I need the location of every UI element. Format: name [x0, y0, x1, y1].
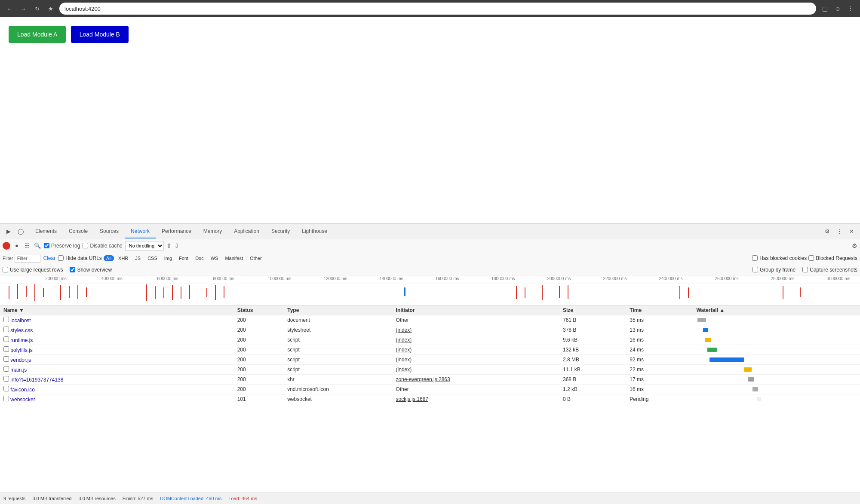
- nav-forward-button[interactable]: →: [18, 3, 28, 14]
- tab-network[interactable]: Network: [125, 225, 156, 238]
- has-blocked-cookies-label[interactable]: Has blocked cookies: [752, 255, 807, 261]
- tab-sources[interactable]: Sources: [94, 225, 125, 238]
- capture-screenshots-checkbox[interactable]: [802, 267, 808, 272]
- show-overview-label[interactable]: Show overview: [70, 267, 112, 273]
- profile-icon[interactable]: ☺: [832, 3, 843, 14]
- cell-initiator[interactable]: zone-evergreen.js:2863: [393, 375, 559, 385]
- extensions-icon[interactable]: ◫: [820, 3, 830, 14]
- upload-icon[interactable]: ⇧: [166, 242, 172, 249]
- filter-type-font[interactable]: Font: [176, 255, 191, 261]
- cell-initiator[interactable]: (index): [393, 335, 559, 345]
- col-time-header[interactable]: Time: [626, 305, 693, 315]
- col-name-header[interactable]: Name ▼: [0, 305, 234, 315]
- row-checkbox[interactable]: [3, 356, 9, 362]
- disable-cache-label[interactable]: Disable cache: [83, 243, 122, 249]
- clear-filter-button[interactable]: Clear: [42, 255, 56, 261]
- filter-type-doc[interactable]: Doc: [193, 255, 206, 261]
- clear-record-button[interactable]: ●: [13, 242, 21, 250]
- table-row[interactable]: runtime.js200script(index)9.6 kB16 ms: [0, 335, 860, 345]
- cell-initiator[interactable]: (index): [393, 345, 559, 355]
- timeline-overview[interactable]: 200000 ms 400000 ms 600000 ms 800000 ms …: [0, 275, 860, 305]
- row-checkbox[interactable]: [3, 376, 9, 382]
- devtools-close-icon[interactable]: ✕: [846, 226, 857, 237]
- inspect-icon[interactable]: ▶: [3, 226, 14, 237]
- filter-type-css[interactable]: CSS: [145, 255, 160, 261]
- filter-icon[interactable]: ☷: [23, 242, 31, 250]
- load-module-b-button[interactable]: Load Module B: [71, 26, 129, 43]
- row-checkbox[interactable]: [3, 346, 9, 352]
- throttle-select[interactable]: No throttling Fast 3G Slow 3G Offline: [125, 241, 164, 250]
- col-size-header[interactable]: Size: [559, 305, 626, 315]
- preserve-log-checkbox[interactable]: [44, 243, 49, 248]
- devtools-settings-icon[interactable]: ⚙: [822, 226, 832, 237]
- cell-name: styles.css: [0, 325, 234, 335]
- filter-type-js[interactable]: JS: [132, 255, 143, 261]
- bookmark-button[interactable]: ★: [46, 3, 56, 14]
- disable-cache-checkbox[interactable]: [83, 243, 88, 248]
- tab-performance[interactable]: Performance: [156, 225, 197, 238]
- row-checkbox[interactable]: [3, 386, 9, 391]
- capture-screenshots-label[interactable]: Capture screenshots: [802, 267, 857, 273]
- load-module-a-button[interactable]: Load Module A: [9, 26, 66, 43]
- table-row[interactable]: polyfills.js200script(index)132 kB24 ms: [0, 345, 860, 355]
- blocked-requests-checkbox[interactable]: [808, 255, 814, 261]
- filter-type-all[interactable]: All: [104, 255, 114, 261]
- tab-elements[interactable]: Elements: [29, 225, 63, 238]
- filter-type-other[interactable]: Other: [247, 255, 264, 261]
- devtools-more-icon[interactable]: ⋮: [834, 226, 845, 237]
- cell-status: 200: [234, 315, 284, 325]
- table-row[interactable]: styles.css200stylesheet(index)378 B13 ms: [0, 325, 860, 335]
- cell-initiator[interactable]: (index): [393, 325, 559, 335]
- nav-back-button[interactable]: ←: [4, 3, 15, 14]
- device-toggle-icon[interactable]: ◯: [15, 226, 26, 237]
- group-by-frame-checkbox[interactable]: [752, 267, 758, 272]
- network-settings-icon[interactable]: ⚙: [852, 242, 857, 249]
- filter-type-img[interactable]: Img: [162, 255, 175, 261]
- menu-icon[interactable]: ⋮: [845, 3, 856, 14]
- tab-application[interactable]: Application: [228, 225, 265, 238]
- col-waterfall-header[interactable]: Waterfall ▲: [693, 305, 860, 315]
- record-button[interactable]: [3, 242, 10, 250]
- cell-initiator[interactable]: (index): [393, 365, 559, 375]
- row-checkbox[interactable]: [3, 336, 9, 342]
- reload-button[interactable]: ↻: [32, 3, 42, 14]
- use-large-rows-label[interactable]: Use large request rows: [3, 267, 63, 273]
- tab-memory[interactable]: Memory: [197, 225, 228, 238]
- cell-initiator[interactable]: sockjs.js:1687: [393, 394, 559, 404]
- tab-console[interactable]: Console: [63, 225, 94, 238]
- blocked-requests-label[interactable]: Blocked Requests: [808, 255, 857, 261]
- col-type-header[interactable]: Type: [284, 305, 392, 315]
- table-row[interactable]: info?t=1619373774138200xhrzone-evergreen…: [0, 375, 860, 385]
- preserve-log-label[interactable]: Preserve log: [44, 243, 80, 249]
- transferred-size: 3.0 MB transferred: [32, 496, 71, 501]
- filter-type-xhr[interactable]: XHR: [116, 255, 131, 261]
- filter-type-manifest[interactable]: Manifest: [222, 255, 246, 261]
- table-row[interactable]: main.js200script(index)11.1 kB22 ms: [0, 365, 860, 375]
- row-checkbox[interactable]: [3, 396, 9, 401]
- table-row[interactable]: favicon.ico200vnd.microsoft.iconOther1.2…: [0, 385, 860, 394]
- address-bar[interactable]: localhost:4200: [59, 3, 816, 15]
- row-checkbox[interactable]: [3, 327, 9, 332]
- filter-input[interactable]: [15, 254, 40, 263]
- col-status-header[interactable]: Status: [234, 305, 284, 315]
- hide-data-urls-checkbox[interactable]: [58, 255, 64, 261]
- table-row[interactable]: websocket101websocketsockjs.js:16870 BPe…: [0, 394, 860, 404]
- filter-type-ws[interactable]: WS: [208, 255, 221, 261]
- has-blocked-cookies-checkbox[interactable]: [752, 255, 758, 261]
- use-large-rows-checkbox[interactable]: [3, 267, 8, 272]
- table-row[interactable]: localhost200documentOther761 B35 ms: [0, 315, 860, 325]
- download-icon[interactable]: ⇩: [174, 242, 179, 249]
- tab-security[interactable]: Security: [265, 225, 296, 238]
- search-icon[interactable]: 🔍: [34, 242, 41, 250]
- table-row[interactable]: vendor.js200script(index)2.8 MB92 ms: [0, 355, 860, 365]
- show-overview-checkbox[interactable]: [70, 267, 75, 272]
- col-initiator-header[interactable]: Initiator: [393, 305, 559, 315]
- row-checkbox[interactable]: [3, 317, 9, 322]
- network-table-container[interactable]: Name ▼ Status Type Initiator Size Time W…: [0, 305, 860, 492]
- tab-lighthouse[interactable]: Lighthouse: [296, 225, 333, 238]
- waterfall-bar: [744, 367, 752, 372]
- hide-data-urls-label[interactable]: Hide data URLs: [58, 255, 102, 261]
- row-checkbox[interactable]: [3, 366, 9, 372]
- group-by-frame-label[interactable]: Group by frame: [752, 267, 796, 273]
- cell-initiator[interactable]: (index): [393, 355, 559, 365]
